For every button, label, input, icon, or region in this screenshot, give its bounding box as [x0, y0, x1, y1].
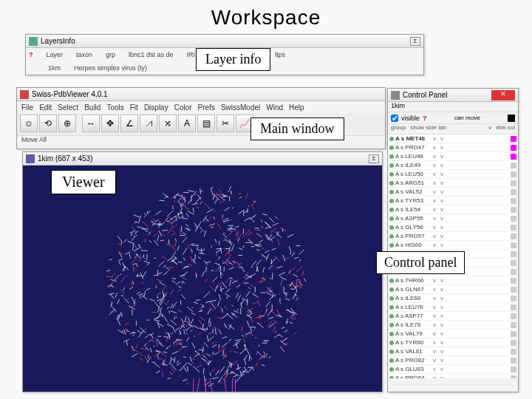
face-icon[interactable]: ☺ [20, 115, 38, 132]
menu-file[interactable]: File [21, 103, 33, 112]
color-swatch[interactable] [511, 136, 516, 142]
menu-swissmodel[interactable]: SwissModel [221, 103, 260, 112]
close-icon[interactable]: Σ [410, 37, 420, 46]
list-item[interactable]: A s PRO84vv [388, 374, 518, 378]
visible-checkbox[interactable] [391, 115, 398, 122]
menu-edit[interactable]: Edit [39, 103, 52, 112]
help-icon[interactable]: ? [29, 51, 33, 58]
color-swatch[interactable] [511, 198, 516, 204]
list-item[interactable]: A s ASP77vv [388, 312, 518, 321]
color-swatch[interactable] [511, 145, 516, 151]
color-swatch[interactable] [511, 180, 516, 186]
color-swatch[interactable] [511, 216, 516, 222]
residue-name: A s TYR53 [395, 197, 431, 204]
menu-prefs[interactable]: Prefs [198, 103, 215, 112]
menu-help[interactable]: Help [289, 103, 304, 112]
list-item[interactable]: A s PRO82vv [388, 356, 518, 365]
color-swatch[interactable] [511, 278, 516, 284]
list-item[interactable]: A s ARG51vv [388, 179, 518, 188]
color-swatch[interactable] [508, 115, 515, 122]
close-icon[interactable]: Σ [369, 154, 379, 163]
color-swatch[interactable] [511, 287, 516, 293]
list-item[interactable]: A s ILE54vv [388, 205, 518, 214]
center-icon[interactable]: ⊕ [58, 115, 76, 132]
torsion-icon[interactable]: ⤨ [159, 115, 177, 132]
list-item[interactable]: A s PRO47vv [388, 143, 518, 152]
cp-titlebar[interactable]: Control Panel ✕ [388, 89, 518, 102]
layer-info-titlebar[interactable]: LayersInfo Σ [26, 35, 423, 48]
color-swatch[interactable] [511, 322, 516, 328]
svg-line-333 [190, 244, 194, 245]
menu-wind[interactable]: Wind [266, 103, 283, 112]
list-item[interactable]: A s VAL81vv [388, 347, 518, 356]
color-swatch[interactable] [511, 207, 516, 213]
color-swatch[interactable] [511, 366, 516, 372]
help-icon[interactable]: ? [423, 115, 427, 122]
list-item[interactable]: A s GLN67vv [388, 285, 518, 294]
viewer-canvas[interactable] [23, 166, 382, 392]
list-item[interactable]: A s VAL79vv [388, 330, 518, 338]
translate-icon[interactable]: ✥ [101, 115, 119, 132]
viewer-titlebar[interactable]: 1kim (687 x 453) Σ [23, 152, 382, 166]
list-item[interactable]: A s LEU76vv [388, 303, 518, 312]
menu-display[interactable]: Display [144, 103, 168, 112]
color-swatch[interactable] [511, 171, 516, 177]
close-icon[interactable]: ✕ [491, 90, 515, 100]
menu-color[interactable]: Color [174, 103, 192, 112]
svg-line-17 [183, 233, 185, 234]
svg-line-126 [115, 275, 120, 280]
color-swatch[interactable] [511, 296, 516, 301]
label-icon[interactable]: A [178, 115, 196, 132]
angle-icon[interactable]: ⩘ [140, 115, 157, 132]
color-swatch[interactable] [511, 269, 516, 275]
list-item[interactable]: A s MET46vv [388, 134, 518, 143]
list-item[interactable]: A s ASP55vv [388, 214, 518, 223]
color-swatch[interactable] [511, 163, 516, 168]
main-titlebar[interactable]: Swiss-PdbViewer 4.0.1 [17, 88, 385, 101]
list-item[interactable]: A s LEU50vv [388, 170, 518, 179]
list-item[interactable]: A s LEU48vv [388, 152, 518, 161]
svg-line-816 [268, 317, 273, 318]
color-swatch[interactable] [511, 375, 516, 379]
list-item[interactable]: A s GLU83vv [388, 365, 518, 374]
v2: v [438, 197, 446, 204]
list-item[interactable]: A s TYR80vv [388, 338, 518, 347]
color-swatch[interactable] [511, 233, 516, 239]
color-swatch[interactable] [511, 331, 516, 337]
list-item[interactable]: A s TYR53vv [388, 197, 518, 205]
color-swatch[interactable] [511, 154, 516, 160]
list-item[interactable]: A s PRO57vv [388, 232, 518, 241]
list-item[interactable]: A s HIS60vv [388, 241, 518, 250]
list-item[interactable]: A s ILE49vv [388, 161, 518, 170]
list-item[interactable]: A s ILE68vv [388, 294, 518, 303]
color-swatch[interactable] [511, 251, 516, 257]
color-swatch[interactable] [511, 358, 516, 364]
color-swatch[interactable] [511, 349, 516, 355]
col-group: group [391, 124, 406, 134]
list-item[interactable]: A s ILE78vv [388, 321, 518, 330]
color-swatch[interactable] [511, 242, 516, 248]
color-swatch[interactable] [511, 313, 516, 319]
menu-tools[interactable]: Tools [106, 103, 123, 112]
svg-line-717 [117, 299, 120, 304]
menu-select[interactable]: Select [58, 103, 78, 112]
list-item[interactable]: A s THR66vv [388, 276, 518, 285]
menu-fit[interactable]: Fit [130, 103, 138, 112]
cut-icon[interactable]: ✂ [216, 115, 234, 132]
color-swatch[interactable] [511, 189, 516, 195]
svg-line-845 [236, 378, 239, 383]
slab-icon[interactable]: ▤ [197, 115, 215, 132]
list-item[interactable]: A s VAL52vv [388, 188, 518, 197]
svg-line-209 [212, 345, 216, 347]
svg-line-75 [166, 267, 170, 270]
color-swatch[interactable] [511, 260, 516, 266]
menu-build[interactable]: Build [84, 103, 100, 112]
color-swatch[interactable] [511, 304, 516, 310]
measure-icon[interactable]: ∠ [120, 115, 138, 132]
svg-line-756 [208, 336, 214, 341]
list-item[interactable]: A s GLY56vv [388, 223, 518, 232]
rotate-icon[interactable]: ⟲ [39, 115, 57, 132]
color-swatch[interactable] [511, 340, 516, 346]
color-swatch[interactable] [511, 225, 516, 231]
zoom-icon[interactable]: ↔ [82, 115, 100, 132]
